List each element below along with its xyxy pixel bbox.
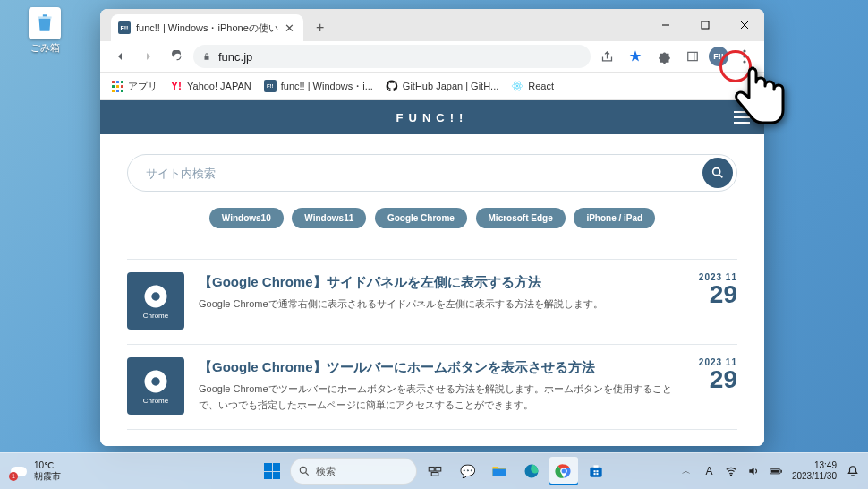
svg-rect-1 xyxy=(702,21,709,29)
extensions-button[interactable] xyxy=(651,44,677,69)
chrome-icon xyxy=(142,368,169,395)
pill[interactable]: Google Chrome xyxy=(375,208,467,228)
svg-rect-32 xyxy=(596,470,598,472)
pill[interactable]: Microsoft Edge xyxy=(476,208,566,228)
chrome-window: F!! func!! | Windows・iPhoneの使い ✕ + func.… xyxy=(100,9,764,446)
article-desc: Google Chromeで通常右側に表示されるサイドパネルを左側に表示する方法… xyxy=(199,296,677,313)
svg-point-21 xyxy=(300,467,306,473)
lock-icon xyxy=(202,52,211,62)
svg-rect-25 xyxy=(431,473,438,476)
back-button[interactable] xyxy=(107,44,132,69)
taskbar-clock[interactable]: 13:49 2023/11/30 xyxy=(792,460,837,482)
article-date: 2023 11 29 xyxy=(692,357,737,415)
taskbar-search[interactable]: 検索 xyxy=(290,458,417,485)
article-list: Chrome 【Google Chrome】サイドパネルを左側に表示する方法 G… xyxy=(127,259,737,430)
tab-favicon: F!! xyxy=(118,21,131,34)
svg-rect-38 xyxy=(771,470,779,473)
reload-button[interactable] xyxy=(165,44,190,69)
browser-toolbar: func.jp F!! xyxy=(100,41,764,73)
taskbar-weather[interactable]: 1 10℃朝霞市 xyxy=(9,460,61,482)
taskbar: 1 10℃朝霞市 検索 💬 ︿ A 13:49 2023/11/30 xyxy=(0,452,868,489)
titlebar: F!! func!! | Windows・iPhoneの使い ✕ + xyxy=(100,9,764,41)
task-view-button[interactable] xyxy=(421,457,449,485)
article-item[interactable]: Chrome 【Google Chrome】サイドパネルを左側に表示する方法 G… xyxy=(127,259,737,345)
volume-icon[interactable] xyxy=(747,465,761,478)
cursor-hand-icon xyxy=(727,61,789,142)
recycle-bin-label: ごみ箱 xyxy=(30,42,60,53)
notifications-icon[interactable] xyxy=(846,465,859,478)
svg-line-14 xyxy=(719,175,722,177)
taskbar-app-chrome[interactable] xyxy=(549,457,578,485)
recycle-bin[interactable]: ごみ箱 xyxy=(25,7,64,55)
site-header: FUNC!! xyxy=(100,100,764,134)
site-search xyxy=(127,154,737,192)
wifi-icon[interactable] xyxy=(725,465,738,478)
svg-rect-37 xyxy=(781,470,782,473)
svg-line-22 xyxy=(306,473,309,476)
maximize-button[interactable] xyxy=(685,12,725,39)
tray-chevron-icon[interactable]: ︿ xyxy=(680,465,694,478)
site-logo[interactable]: FUNC!! xyxy=(396,111,469,124)
search-input[interactable] xyxy=(144,166,694,181)
yahoo-icon: Y! xyxy=(170,80,183,92)
svg-rect-23 xyxy=(429,468,434,472)
browser-tab[interactable]: F!! func!! | Windows・iPhoneの使い ✕ xyxy=(111,14,303,41)
article-item[interactable]: Chrome 【Google Chrome】ツールバーにホームボタンを表示させる… xyxy=(127,345,737,430)
bookmark-star-button[interactable] xyxy=(623,44,648,69)
article-title: 【Google Chrome】ツールバーにホームボタンを表示させる方法 xyxy=(199,357,677,376)
tab-title: func!! | Windows・iPhoneの使い xyxy=(136,21,278,35)
svg-point-7 xyxy=(743,55,745,57)
share-button[interactable] xyxy=(594,44,619,69)
system-tray: ︿ A 13:49 2023/11/30 xyxy=(680,460,859,482)
taskbar-app-explorer[interactable] xyxy=(485,457,514,485)
react-icon xyxy=(511,80,523,92)
search-icon xyxy=(711,166,725,180)
windows-icon xyxy=(264,463,280,479)
tab-close-icon[interactable]: ✕ xyxy=(284,21,296,34)
svg-point-35 xyxy=(731,475,732,476)
pill[interactable]: Windows10 xyxy=(209,208,284,228)
taskbar-center: 検索 💬 xyxy=(258,457,610,485)
article-date: 2023 11 29 xyxy=(692,272,737,330)
ime-indicator[interactable]: A xyxy=(702,465,716,478)
bookmark-github[interactable]: GitHub Japan | GitH... xyxy=(386,80,498,92)
svg-rect-4 xyxy=(688,52,698,60)
svg-rect-34 xyxy=(596,473,598,475)
url-text: func.jp xyxy=(218,50,252,64)
article-desc: Google Chromeでツールバーにホームボタンを表示させる方法を解説します… xyxy=(199,382,677,413)
recycle-bin-icon xyxy=(29,7,61,39)
forward-button[interactable] xyxy=(136,44,161,69)
bookmark-react[interactable]: React xyxy=(511,80,554,92)
svg-point-6 xyxy=(743,49,745,52)
article-thumb: Chrome xyxy=(127,272,184,330)
address-bar[interactable]: func.jp xyxy=(193,45,591,68)
svg-rect-30 xyxy=(590,468,601,477)
svg-rect-24 xyxy=(436,468,441,472)
category-pills: Windows10 Windows11 Google Chrome Micros… xyxy=(127,208,737,228)
weather-icon: 1 xyxy=(9,461,29,481)
apps-icon xyxy=(111,80,123,92)
bookmarks-bar: アプリ Y! Yahoo! JAPAN F!! func!! | Windows… xyxy=(100,73,764,100)
taskbar-app-chat[interactable]: 💬 xyxy=(453,457,481,485)
close-button[interactable] xyxy=(725,12,764,39)
search-button[interactable] xyxy=(702,158,733,188)
svg-point-13 xyxy=(713,168,720,176)
new-tab-button[interactable]: + xyxy=(309,16,332,39)
svg-rect-33 xyxy=(594,473,596,475)
battery-icon[interactable] xyxy=(770,465,783,478)
taskbar-app-edge[interactable] xyxy=(517,457,546,485)
chrome-icon xyxy=(142,283,169,310)
pill[interactable]: Windows11 xyxy=(292,208,366,228)
pill[interactable]: iPhone / iPad xyxy=(574,208,655,228)
bookmark-yahoo[interactable]: Y! Yahoo! JAPAN xyxy=(170,80,251,92)
bookmark-func[interactable]: F!! func!! | Windows・i... xyxy=(264,80,373,93)
svg-rect-31 xyxy=(594,470,596,472)
sidepanel-button[interactable] xyxy=(680,44,705,69)
taskbar-app-store[interactable] xyxy=(582,457,610,485)
bookmark-apps[interactable]: アプリ xyxy=(111,80,157,93)
start-button[interactable] xyxy=(258,457,286,485)
profile-avatar[interactable]: F!! xyxy=(709,47,728,66)
github-icon xyxy=(386,80,398,92)
page-content: FUNC!! Windows10 Windows11 Google Chrome… xyxy=(100,100,764,446)
minimize-button[interactable] xyxy=(646,12,685,39)
